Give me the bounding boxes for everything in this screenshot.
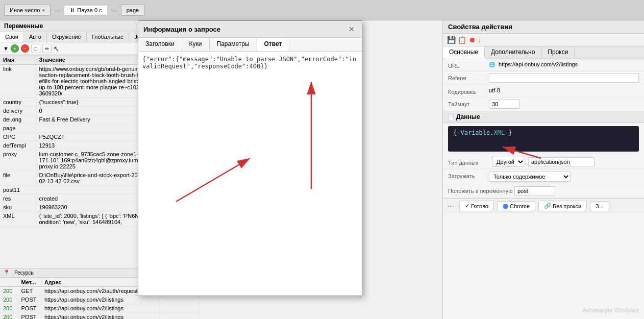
- net-method: POST: [18, 296, 41, 304]
- save-icon[interactable]: 💾: [447, 36, 456, 44]
- request-info-dialog: Информация о запросе ✕ Заголовки Куки Па…: [138, 20, 362, 296]
- activation-watermark: Активация Windows: [582, 307, 639, 314]
- no-proxy-icon: 🔗: [544, 203, 551, 209]
- net-url: https://api.onbuy.com/v2/listings: [41, 304, 159, 313]
- encoding-label: Кодировка: [448, 87, 489, 95]
- tab-headers[interactable]: Заголовки: [138, 38, 182, 51]
- data-type-select[interactable]: Другой: [492, 157, 525, 167]
- right-tabs: Основные Дополнительно Прокси: [443, 46, 644, 59]
- data-code-text: {-Variable.XML-}: [453, 129, 512, 136]
- tab-proxy[interactable]: Прокси: [541, 46, 575, 59]
- add-btn[interactable]: +: [11, 44, 19, 53]
- col-method: Мет...: [18, 278, 41, 287]
- var-name: country: [0, 98, 36, 107]
- flow-toolbar: Иное число ● — ⏸ Пауза 0 с — page: [0, 0, 644, 20]
- referer-value: [489, 73, 639, 83]
- network-row[interactable]: 200 POST https://api.onbuy.com/v2/listin…: [0, 296, 212, 304]
- save-var-label: Положить в переменную: [448, 186, 514, 194]
- cursor-icon[interactable]: ↖: [54, 45, 59, 53]
- net-method: POST: [18, 304, 41, 313]
- flow-node-page-label: page: [127, 7, 139, 13]
- var-name: link: [0, 65, 36, 98]
- col-name: Имя: [0, 55, 36, 65]
- no-proxy-button[interactable]: 🔗 Без прокси: [538, 201, 587, 211]
- timeout-value: [489, 100, 639, 109]
- tab-params[interactable]: Параметры: [210, 38, 257, 51]
- referer-label: Referer: [448, 73, 489, 81]
- tab-environment[interactable]: Окружение: [47, 32, 87, 42]
- location-icon: 📍: [3, 269, 10, 276]
- right-panel-header: Свойства действия: [443, 20, 644, 34]
- var-name: res: [0, 194, 36, 203]
- tab-global[interactable]: Глобальные: [87, 32, 129, 42]
- tab-cookies[interactable]: Куки: [182, 38, 210, 51]
- net-status: 200: [0, 313, 18, 320]
- var-name: sku: [0, 203, 36, 212]
- referer-input[interactable]: [489, 73, 639, 83]
- dialog-close-button[interactable]: ✕: [346, 24, 357, 34]
- var-name: proxy: [0, 150, 36, 171]
- referer-row: Referer: [443, 71, 644, 85]
- encoding-row: Кодировка utf-8: [443, 85, 644, 97]
- pencil-btn[interactable]: ✏: [42, 44, 52, 53]
- save-var-value: [514, 186, 639, 195]
- net-url: https://api.onbuy.com/v2/listings: [41, 296, 159, 304]
- dialog-title: Информация о запросе: [143, 26, 220, 33]
- save-var-input[interactable]: [514, 186, 555, 195]
- flow-node-indicator: ●: [42, 7, 45, 13]
- net-status: 200: [0, 287, 18, 296]
- load-value: Только содержимое: [489, 171, 639, 182]
- flow-node-other-number[interactable]: Иное число ●: [4, 5, 51, 16]
- var-name: XML: [0, 212, 36, 227]
- record-icon[interactable]: ⏺: [468, 36, 476, 44]
- var-name: post11: [0, 186, 36, 194]
- globe-icon: 🌐: [489, 62, 495, 67]
- net-time: [160, 304, 200, 313]
- chrome-button[interactable]: ⬤ Chrome: [497, 201, 535, 211]
- done-checkmark-icon: ✓: [465, 203, 469, 209]
- response-text: {"error":{"message":"Unable to parse JSO…: [142, 56, 358, 70]
- flow-node-label: Иное число: [10, 7, 40, 13]
- var-name: defTempl: [0, 141, 36, 150]
- data-code-block[interactable]: {-Variable.XML-}: [448, 126, 639, 152]
- url-text: https://api.onbuy.com/v2/listings: [499, 61, 578, 67]
- col-status: [0, 278, 18, 287]
- save-var-row: Положить в переменную: [443, 184, 644, 198]
- tab-response[interactable]: Ответ: [257, 38, 290, 51]
- load-select[interactable]: Только содержимое: [489, 171, 571, 182]
- net-method: POST: [18, 313, 41, 320]
- down-arrow-icon[interactable]: ↓: [478, 36, 481, 44]
- dialog-content: {"error":{"message":"Unable to parse JSO…: [138, 52, 362, 296]
- timeout-row: Таймаут: [443, 97, 644, 111]
- copy-icon[interactable]: 📋: [458, 36, 466, 44]
- flow-connector-1: —: [54, 6, 61, 14]
- data-format-input[interactable]: [528, 157, 595, 166]
- load-row: Загружать Только содержимое: [443, 169, 644, 184]
- net-status: 200: [0, 296, 18, 304]
- data-type-label: Тип данных: [448, 158, 489, 166]
- right-panel-toolbar: 💾 📋 ⏺ ↓: [443, 34, 644, 46]
- tab-auto[interactable]: Авто: [24, 32, 47, 42]
- tab-own[interactable]: Свои: [0, 32, 24, 42]
- footer-dots-icon[interactable]: ⋯: [447, 202, 454, 210]
- encoding-value: utf-8: [489, 87, 639, 93]
- flow-connector-2: —: [111, 6, 118, 14]
- flow-node-page[interactable]: page: [121, 5, 144, 16]
- network-row[interactable]: 200 POST https://api.onbuy.com/v2/listin…: [0, 313, 212, 320]
- net-method: GET: [18, 287, 41, 296]
- done-button[interactable]: ✓ Готово: [459, 201, 494, 211]
- extra-button[interactable]: З...: [590, 201, 609, 211]
- net-time: [160, 296, 200, 304]
- var-name: delivery: [0, 107, 36, 115]
- timeout-input[interactable]: [489, 100, 519, 109]
- remove-btn[interactable]: −: [21, 44, 29, 53]
- net-url: https://api.onbuy.com/v2/listings: [41, 313, 159, 320]
- flow-pause-node[interactable]: ⏸ Пауза 0 с: [64, 5, 107, 15]
- tab-advanced[interactable]: Дополнительно: [485, 46, 541, 59]
- pause-icon: ⏸: [69, 7, 75, 13]
- network-row[interactable]: 200 POST https://api.onbuy.com/v2/listin…: [0, 304, 212, 313]
- net-time: [160, 313, 200, 320]
- tab-main[interactable]: Основные: [443, 46, 485, 59]
- url-value: 🌐 https://api.onbuy.com/v2/listings: [489, 61, 639, 67]
- rect-btn[interactable]: □: [31, 44, 40, 53]
